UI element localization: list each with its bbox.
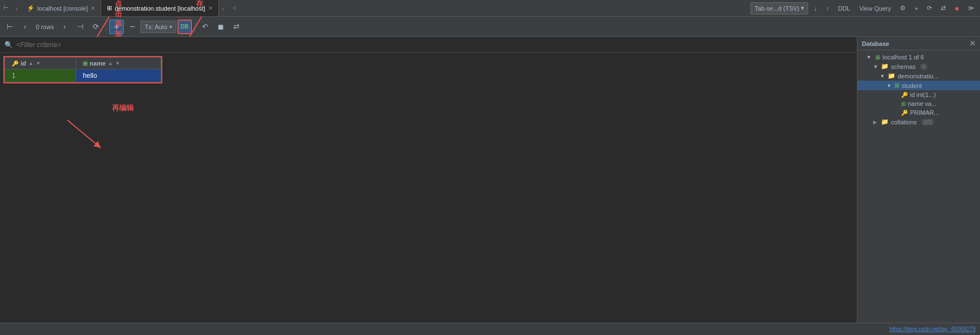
name-col-icon: ⊞ [901, 101, 906, 107]
col-name-header: ⊞ name ▲ ▼ [76, 58, 161, 69]
primary-icon: 🔑 [901, 110, 908, 116]
right-sidebar: Database ✕ ▼ 🖥 localhost 1 of 6 ▼ 📁 sche… [857, 37, 980, 323]
data-table: 🔑 id ▲ ▼ ⊞ name [4, 57, 161, 82]
sidebar-item-id-col[interactable]: 🔑 id int(1...) [857, 90, 980, 99]
tree-area: ▼ 🖥 localhost 1 of 6 ▼ 📁 schemas 1 ▼ 📁 d… [857, 50, 980, 323]
schemas-label: schemas [891, 63, 916, 70]
search-icon: 🔍 [4, 41, 13, 49]
db-label: DB [181, 24, 189, 30]
nav-prev-btn[interactable]: ‹ [18, 20, 32, 34]
schemas-badge: 1 [920, 63, 927, 70]
toolbar: ⊢ ‹ 0 rows › ⊣ ⟳ + − Tx: Auto ▾ DB ↶ ◼ ⇄… [0, 17, 980, 37]
name-sort-desc[interactable]: ▼ [115, 61, 120, 66]
sidebar-item-localhost[interactable]: ▼ 🖥 localhost 1 of 6 [857, 53, 980, 62]
stop-execute-btn[interactable]: ◼ [214, 20, 228, 34]
add-row-tr-btn[interactable]: + [911, 2, 921, 15]
stop-btn[interactable]: ■ [951, 2, 962, 15]
status-bar: https://blog.csdn.net/qq_45069279 [0, 323, 980, 335]
id-key-icon: 🔑 [901, 92, 908, 98]
add-row-btn[interactable]: + [109, 20, 124, 34]
status-url[interactable]: https://blog.csdn.net/qq_45069279 [890, 326, 976, 332]
tab-separator-dropdown[interactable]: Tab-se...d (TSV) ▾ [751, 2, 808, 15]
nav-last-btn[interactable]: ⊣ [73, 20, 87, 34]
localhost-icon: 🖥 [874, 54, 880, 61]
annotation-edit-text: 再编辑 [112, 103, 134, 113]
arrow-edit-svg [62, 120, 146, 153]
name-table-icon: ⊞ [83, 61, 87, 67]
nav-next-btn[interactable]: › [57, 20, 72, 34]
localhost-arrow: ▼ [866, 54, 872, 60]
student-label: student [902, 82, 922, 89]
transfer-btn[interactable]: ⇄ [229, 20, 244, 34]
student-tab-label: demonstration.student [localhost] [115, 5, 205, 12]
revert-btn[interactable]: ↶ [198, 20, 213, 34]
id-sort-desc[interactable]: ▼ [36, 61, 41, 66]
col-name-label: name [90, 60, 106, 67]
tab-student[interactable]: ⊞ demonstration.student [localhost] ✕ [101, 0, 218, 16]
settings-btn[interactable]: ⚙ [897, 2, 909, 15]
sidebar-item-student[interactable]: ▼ ⊞ student [857, 81, 980, 90]
tx-label: Tx: Auto [144, 24, 167, 30]
import-btn[interactable]: ↓ [810, 2, 820, 15]
cell-id[interactable]: 1 [5, 69, 76, 82]
demo-label: demonstratio... [898, 73, 939, 80]
sidebar-item-primary[interactable]: 🔑 PRIMAR... [857, 108, 980, 117]
cell-name[interactable]: hello [76, 69, 161, 82]
collations-arrow: ▶ [873, 119, 879, 125]
sidebar-close-btn[interactable]: ✕ [969, 39, 976, 48]
student-tab-close[interactable]: ✕ [208, 5, 213, 11]
ddl-label: DDL [838, 5, 850, 12]
more-btn[interactable]: ≫ [964, 2, 978, 15]
sidebar-item-schemas[interactable]: ▼ 📁 schemas 1 [857, 62, 980, 71]
localhost-label: localhost 1 of 6 [883, 54, 924, 61]
left-panel: 🔍 🔑 id ▲ [0, 37, 857, 323]
refresh-btn[interactable]: ⟳ [88, 20, 103, 34]
tab-bar: ⊢ ‹ ⚡ localhost [console] ✕ ⊞ demonstrat… [0, 0, 980, 17]
collations-folder-icon: 📁 [881, 118, 889, 125]
filter-input[interactable] [16, 41, 852, 49]
tab-nav-prev[interactable]: ‹ [12, 0, 21, 16]
sidebar-item-demonstration[interactable]: ▼ 📁 demonstratio... [857, 71, 980, 81]
tab-nav-next[interactable]: › [219, 0, 228, 16]
view-query-btn[interactable]: View Query [856, 2, 894, 15]
nav-first-btn[interactable]: ⊢ [2, 20, 17, 34]
ddl-btn[interactable]: DDL [834, 2, 854, 15]
main-area: 🔍 🔑 id ▲ [0, 37, 980, 323]
tx-dropdown[interactable]: Tx: Auto ▾ [140, 21, 176, 33]
tab-select-label: Tab-se...d (TSV) [754, 5, 799, 12]
col-id-header: 🔑 id ▲ ▼ [5, 58, 76, 69]
table-section: 🔑 id ▲ ▼ ⊞ name [0, 53, 857, 323]
tab-nav-last[interactable]: ⊣ [227, 0, 240, 16]
db-btn[interactable]: DB [177, 20, 192, 34]
demo-arrow: ▼ [880, 73, 885, 79]
delete-row-btn[interactable]: − [125, 20, 139, 34]
student-table-icon: ⊞ [894, 82, 899, 89]
table-row[interactable]: 1 hello [5, 69, 161, 82]
student-arrow: ▼ [887, 83, 892, 89]
rows-count: 0 rows [34, 24, 56, 30]
export-btn[interactable]: ↑ [823, 2, 833, 15]
sidebar-item-collations[interactable]: ▶ 📁 collations 272 [857, 117, 980, 127]
top-right-toolbar: Tab-se...d (TSV) ▾ ↓ ↑ DDL View Query ⚙ … [751, 2, 980, 15]
collations-badge: 272 [921, 119, 934, 125]
sync-btn[interactable]: ⇄ [937, 2, 949, 15]
tab-console[interactable]: ⚡ localhost [console] ✕ [21, 0, 102, 16]
console-tab-close[interactable]: ✕ [91, 5, 95, 11]
id-sort-asc[interactable]: ▲ [29, 61, 34, 66]
console-tab-icon: ⚡ [27, 4, 35, 12]
refresh-tr-btn[interactable]: ⟳ [923, 2, 935, 15]
name-sort-asc[interactable]: ▲ [108, 61, 113, 66]
id-key-icon: 🔑 [12, 61, 18, 67]
name-col-label: name va... [908, 100, 936, 107]
sidebar-item-name-col[interactable]: ⊞ name va... [857, 99, 980, 108]
console-tab-label: localhost [console] [37, 5, 88, 12]
col-id-label: id [21, 60, 26, 67]
demo-folder-icon: 📁 [888, 72, 895, 80]
schemas-arrow: ▼ [873, 64, 879, 69]
view-query-label: View Query [859, 5, 891, 12]
id-col-label: id int(1...) [910, 91, 936, 98]
filter-bar: 🔍 [0, 37, 857, 53]
tab-nav-first[interactable]: ⊢ [0, 0, 12, 16]
sidebar-header: Database ✕ [857, 37, 980, 50]
student-tab-icon: ⊞ [107, 4, 112, 12]
